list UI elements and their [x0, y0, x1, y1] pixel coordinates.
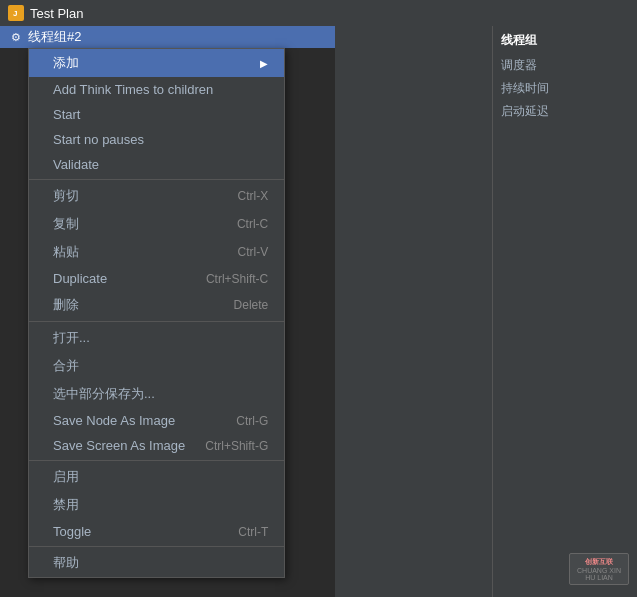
- ctx-menu-saveas-label: 选中部分保存为...: [53, 385, 155, 403]
- ctx-menu-open-label: 打开...: [53, 329, 90, 347]
- ctx-menu-item-duplicate[interactable]: Duplicate Ctrl+Shift-C: [29, 266, 284, 291]
- ctx-menu-toggle-label: Toggle: [53, 524, 91, 539]
- ctx-menu-duplicate-shortcut: Ctrl+Shift-C: [206, 272, 268, 286]
- tree-item-label: 线程组#2: [28, 28, 81, 46]
- ctx-sep-1: [29, 179, 284, 180]
- ctx-menu-delete-shortcut: Delete: [234, 298, 269, 312]
- ctx-menu-item-savescreenimage[interactable]: Save Screen As Image Ctrl+Shift-G: [29, 433, 284, 458]
- right-panel-label-duration: 持续时间: [501, 80, 629, 97]
- ctx-sep-4: [29, 546, 284, 547]
- ctx-menu-item-startnopauses[interactable]: Start no pauses: [29, 127, 284, 152]
- ctx-menu-item-cut[interactable]: 剪切 Ctrl-X: [29, 182, 284, 210]
- ctx-menu-item-start[interactable]: Start: [29, 102, 284, 127]
- main-area: ⚙ 线程组#2 添加 ▶ Add Think Times to children…: [0, 26, 637, 597]
- ctx-menu-validate-label: Validate: [53, 157, 99, 172]
- ctx-menu-enable-label: 启用: [53, 468, 79, 486]
- right-panel-label-startdelay: 启动延迟: [501, 103, 629, 120]
- right-panel: Sampler ▶ 逻辑控制器 ▶ 前置处理器 ▶ 后置处理器 ▶ 断言 ▶ 定…: [335, 26, 637, 597]
- ctx-menu-item-enable[interactable]: 启用: [29, 463, 284, 491]
- ctx-menu-item-savenodeimage[interactable]: Save Node As Image Ctrl-G: [29, 408, 284, 433]
- ctx-menu-savescreenimage-shortcut: Ctrl+Shift-G: [205, 439, 268, 453]
- ctx-menu-savenodeimage-label: Save Node As Image: [53, 413, 175, 428]
- ctx-menu-item-paste[interactable]: 粘贴 Ctrl-V: [29, 238, 284, 266]
- ctx-menu-savenodeimage-shortcut: Ctrl-G: [236, 414, 268, 428]
- ctx-menu-copy-label: 复制: [53, 215, 79, 233]
- ctx-menu-paste-shortcut: Ctrl-V: [238, 245, 269, 259]
- ctx-menu-cut-label: 剪切: [53, 187, 79, 205]
- right-info-panel: 线程组 调度器 持续时间 启动延迟 创新互联 CHUANG XIN HU LIA…: [492, 26, 637, 597]
- watermark-brand: 创新互联: [573, 557, 625, 567]
- context-menu: 添加 ▶ Add Think Times to children Start S…: [28, 48, 285, 578]
- ctx-menu-item-toggle[interactable]: Toggle Ctrl-T: [29, 519, 284, 544]
- right-panel-title: 线程组: [501, 32, 629, 49]
- ctx-menu-startnopauses-label: Start no pauses: [53, 132, 144, 147]
- ctx-menu-item-addthink[interactable]: Add Think Times to children: [29, 77, 284, 102]
- gear-icon: ⚙: [8, 29, 24, 45]
- ctx-sep-3: [29, 460, 284, 461]
- ctx-menu-savescreenimage-label: Save Screen As Image: [53, 438, 185, 453]
- right-panel-label-scheduler: 调度器: [501, 57, 629, 74]
- app-icon: J: [8, 5, 24, 21]
- ctx-menu-start-label: Start: [53, 107, 80, 122]
- ctx-menu-merge-label: 合并: [53, 357, 79, 375]
- ctx-menu-item-saveas[interactable]: 选中部分保存为...: [29, 380, 284, 408]
- ctx-sep-2: [29, 321, 284, 322]
- ctx-menu-item-help[interactable]: 帮助: [29, 549, 284, 577]
- ctx-menu-add-arrow: ▶: [260, 58, 268, 69]
- ctx-menu-addthink-label: Add Think Times to children: [53, 82, 213, 97]
- ctx-menu-cut-shortcut: Ctrl-X: [238, 189, 269, 203]
- ctx-menu-toggle-shortcut: Ctrl-T: [238, 525, 268, 539]
- ctx-menu-item-delete[interactable]: 删除 Delete: [29, 291, 284, 319]
- tree-item-add[interactable]: ⚙ 线程组#2: [0, 26, 335, 48]
- left-panel: ⚙ 线程组#2 添加 ▶ Add Think Times to children…: [0, 26, 335, 597]
- ctx-menu-paste-label: 粘贴: [53, 243, 79, 261]
- ctx-menu-item-copy[interactable]: 复制 Ctrl-C: [29, 210, 284, 238]
- title-bar-label: Test Plan: [30, 6, 83, 21]
- ctx-menu-add-label: 添加: [53, 54, 79, 72]
- ctx-menu-duplicate-label: Duplicate: [53, 271, 107, 286]
- ctx-menu-copy-shortcut: Ctrl-C: [237, 217, 268, 231]
- ctx-menu-item-merge[interactable]: 合并: [29, 352, 284, 380]
- ctx-menu-item-validate[interactable]: Validate: [29, 152, 284, 177]
- title-bar: J Test Plan: [0, 0, 637, 26]
- ctx-menu-disable-label: 禁用: [53, 496, 79, 514]
- watermark-sub: CHUANG XIN HU LIAN: [573, 567, 625, 581]
- ctx-menu-help-label: 帮助: [53, 554, 79, 572]
- svg-text:J: J: [13, 9, 17, 18]
- watermark: 创新互联 CHUANG XIN HU LIAN: [569, 553, 629, 585]
- ctx-menu-item-open[interactable]: 打开...: [29, 324, 284, 352]
- ctx-menu-delete-label: 删除: [53, 296, 79, 314]
- ctx-menu-item-add[interactable]: 添加 ▶: [29, 49, 284, 77]
- ctx-menu-item-disable[interactable]: 禁用: [29, 491, 284, 519]
